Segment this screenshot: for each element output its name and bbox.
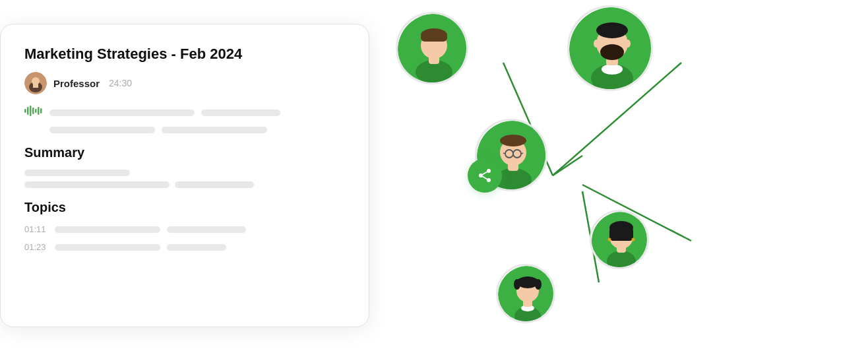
summary-line-1	[24, 170, 345, 176]
professor-row: Professor 24:30	[24, 72, 345, 94]
card-title: Marketing Strategies - Feb 2024	[24, 46, 345, 63]
audio-bar-2	[201, 110, 280, 116]
svg-point-16	[487, 169, 491, 173]
topic-time-1: 01:11	[24, 224, 48, 234]
summary-line-2	[24, 181, 345, 188]
audio-bar-1	[49, 110, 195, 116]
audio-bar-4	[162, 127, 267, 133]
waveform-row	[24, 105, 345, 120]
svg-point-18	[487, 178, 491, 182]
network-area	[369, 0, 868, 351]
svg-line-44	[503, 153, 505, 154]
content-card: Marketing Strategies - Feb 2024 Professo…	[0, 24, 369, 327]
svg-rect-51	[609, 228, 633, 241]
svg-rect-4	[24, 109, 26, 113]
svg-point-60	[514, 279, 520, 290]
summary-skeleton-2	[24, 181, 170, 188]
svg-line-45	[521, 153, 523, 154]
audio-bar-3	[49, 127, 155, 133]
professor-avatar	[24, 72, 47, 94]
svg-rect-8	[35, 109, 37, 113]
svg-point-32	[600, 44, 624, 60]
svg-point-2	[32, 77, 40, 85]
svg-point-35	[625, 40, 631, 48]
svg-line-20	[483, 172, 487, 175]
svg-point-52	[608, 238, 611, 241]
main-container: Marketing Strategies - Feb 2024 Professo…	[0, 0, 868, 351]
svg-point-53	[632, 238, 635, 241]
svg-point-17	[479, 174, 483, 177]
topic-row-2: 01:23	[24, 242, 345, 252]
svg-line-19	[483, 177, 487, 179]
svg-point-61	[535, 279, 542, 290]
svg-rect-3	[33, 84, 38, 88]
summary-skeleton-1	[24, 170, 130, 176]
topics-title: Topics	[24, 200, 345, 215]
topic-row-1: 01:11	[24, 224, 345, 234]
professor-name: Professor	[53, 78, 100, 89]
person-top-right	[567, 5, 653, 91]
svg-rect-7	[32, 108, 34, 114]
svg-point-40	[500, 135, 526, 146]
summary-skeleton-3	[175, 181, 254, 188]
svg-rect-9	[38, 107, 40, 115]
svg-rect-10	[40, 108, 42, 113]
topic-time-2: 01:23	[24, 242, 48, 252]
svg-point-33	[596, 22, 628, 38]
waveform-icon	[24, 105, 43, 120]
topic-skeleton-1a	[55, 226, 160, 233]
svg-rect-5	[27, 107, 29, 115]
topic-skeleton-2a	[55, 244, 160, 251]
summary-lines	[24, 170, 345, 188]
person-top-left	[396, 12, 468, 84]
person-bottom-right	[590, 210, 649, 269]
svg-rect-6	[30, 106, 32, 116]
share-button[interactable]	[468, 158, 502, 193]
svg-point-34	[594, 40, 599, 48]
share-icon	[477, 168, 493, 183]
svg-rect-26	[421, 34, 447, 42]
svg-line-13	[553, 156, 582, 176]
topic-skeleton-1b	[167, 226, 246, 233]
duration: 24:30	[109, 78, 132, 88]
topic-skeleton-2b	[167, 244, 226, 251]
person-bottom-center	[496, 264, 555, 323]
audio-bars-row	[24, 127, 345, 133]
svg-point-29	[602, 64, 623, 75]
summary-title: Summary	[24, 145, 345, 160]
